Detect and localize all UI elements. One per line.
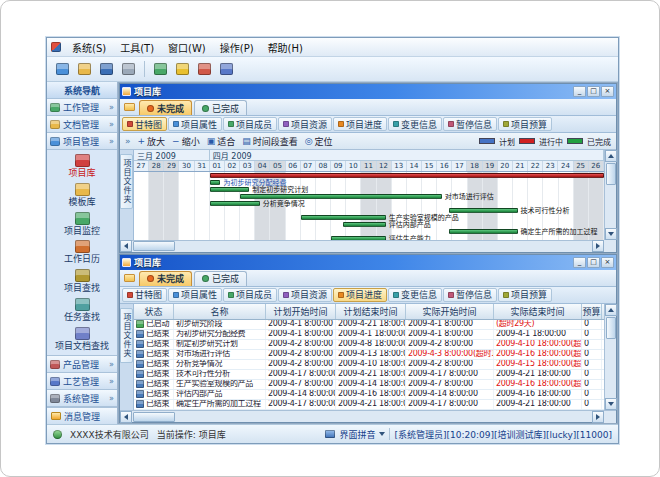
scroll-right-button[interactable]: [592, 240, 604, 252]
subtab-7[interactable]: 项目预算: [498, 288, 552, 302]
sidebar-item-4[interactable]: 项目查找: [47, 269, 117, 293]
gantt-bar[interactable]: [210, 173, 604, 178]
column-header-4[interactable]: 实际开始时间: [406, 304, 494, 319]
gantt-tool-3[interactable]: ▤时间段查看: [242, 135, 298, 148]
scroll-down-button[interactable]: [605, 228, 617, 240]
open-button[interactable]: [75, 60, 94, 79]
column-header-5[interactable]: 实际结束时间: [494, 304, 582, 319]
sidebar-item-6[interactable]: 项目文档查找: [47, 327, 117, 351]
table-row[interactable]: 已启动初步研究阶段2009-4-1 8:00:002009-4-21 18:00…: [134, 320, 604, 330]
gantt-tool-4[interactable]: ◎定位: [305, 135, 333, 148]
lock-button[interactable]: [173, 60, 192, 79]
window-titlebar[interactable]: 项目库_□×: [120, 84, 616, 99]
tab-0[interactable]: 未完成: [139, 100, 192, 115]
gantt-bar[interactable]: [301, 215, 386, 220]
subtab-6[interactable]: 暂停信息: [443, 288, 497, 302]
sidebar-tab-messages[interactable]: 消息管理: [47, 407, 117, 424]
scroll-thumb[interactable]: [606, 317, 616, 339]
gantt-tool-2[interactable]: ▣适合: [207, 135, 236, 148]
subtab-5[interactable]: 变更信息: [388, 117, 442, 131]
scroll-down-button[interactable]: [605, 398, 617, 410]
sidebar-item-0[interactable]: 项目库: [47, 154, 117, 178]
sidebar-item-3[interactable]: 工作日历: [47, 240, 117, 264]
column-header-3[interactable]: 计划结束时间: [336, 304, 406, 319]
sidebar-section-3[interactable]: 产品管理»: [47, 356, 117, 373]
gantt-bar[interactable]: [210, 201, 260, 206]
restore-button[interactable]: □: [587, 86, 600, 97]
gantt-bar[interactable]: [331, 236, 386, 240]
menu-item-1[interactable]: 工具(T): [113, 38, 161, 57]
gantt-tool-0[interactable]: +放大: [138, 135, 166, 148]
table-row[interactable]: 已结束制定初步研究计划2009-4-2 8:00:002009-4-8 18:0…: [134, 340, 604, 350]
new-button[interactable]: [53, 60, 72, 79]
dropdown-arrow-icon[interactable]: [379, 432, 385, 436]
vertical-scrollbar[interactable]: [604, 304, 616, 411]
subtab-5[interactable]: 变更信息: [388, 288, 442, 302]
subtab-3[interactable]: 项目资源: [278, 288, 332, 302]
column-header-2[interactable]: 计划开始时间: [266, 304, 336, 319]
subtab-1[interactable]: 项目属性: [168, 288, 222, 302]
scroll-up-button[interactable]: [605, 304, 617, 316]
message-button[interactable]: [195, 60, 214, 79]
sidebar-item-5[interactable]: 任务查找: [47, 298, 117, 322]
scroll-left-button[interactable]: [120, 411, 132, 423]
menu-item-0[interactable]: 系统(S): [65, 38, 113, 57]
vertical-scrollbar[interactable]: [604, 150, 616, 240]
close-button[interactable]: ×: [601, 257, 614, 268]
column-header-1[interactable]: 名称: [174, 304, 266, 319]
subtab-4[interactable]: 项目进度: [333, 288, 387, 302]
column-header-6[interactable]: 预算: [582, 304, 602, 319]
subtab-0[interactable]: 甘特图: [122, 288, 167, 302]
menu-item-3[interactable]: 操作(P): [213, 38, 261, 57]
table-row[interactable]: 已结束为初步研究分配经费2009-4-1 8:00:002009-4-1 18:…: [134, 330, 604, 340]
gantt-tool-1[interactable]: −缩小: [172, 135, 200, 148]
sidebar-item-1[interactable]: 模板库: [47, 183, 117, 207]
tab-1[interactable]: 已完成: [194, 271, 247, 286]
ime-selector[interactable]: 界面拼音: [339, 428, 375, 441]
sidebar-section-4[interactable]: 工艺管理»: [47, 373, 117, 390]
restore-button[interactable]: □: [587, 257, 600, 268]
sidebar-section-5[interactable]: 系统管理»: [47, 390, 117, 407]
gantt-bar[interactable]: [343, 222, 385, 227]
folder-vertical-tab[interactable]: 项目文件夹: [120, 150, 134, 240]
subtab-7[interactable]: 项目预算: [498, 117, 552, 131]
table-row[interactable]: 已结束技术可行性分析2009-4-17 8:00:002009-4-21 18:…: [134, 370, 604, 380]
folder-vertical-tab[interactable]: 项目文件夹: [120, 304, 134, 411]
table-row[interactable]: 已结束生产实验室规模的产品2009-4-7 8:00:002009-4-14 1…: [134, 380, 604, 390]
subtab-1[interactable]: 项目属性: [168, 117, 222, 131]
table-row[interactable]: 已结束确定生产所需的加工过程2009-4-17 8:00:002009-4-21…: [134, 400, 604, 410]
tab-0[interactable]: 未完成: [139, 271, 192, 286]
scroll-thumb[interactable]: [133, 241, 175, 251]
gantt-bar[interactable]: [449, 208, 517, 213]
gantt-bar[interactable]: [210, 180, 221, 185]
menu-item-2[interactable]: 窗口(W): [161, 38, 213, 57]
help-button[interactable]: [217, 60, 236, 79]
horizontal-scrollbar[interactable]: [120, 410, 616, 422]
subtab-2[interactable]: 项目成员: [223, 117, 277, 131]
table-row[interactable]: 已结束评估内部产品2009-4-14 8:00:002009-4-16 18:0…: [134, 390, 604, 400]
sidebar-section-0[interactable]: 工作管理»: [47, 99, 117, 116]
save-button[interactable]: [97, 60, 116, 79]
window-titlebar[interactable]: 项目库_□×: [120, 255, 616, 270]
sidebar-item-2[interactable]: 项目监控: [47, 212, 117, 236]
table-row[interactable]: 已结束对市场进行评估2009-4-2 8:00:002009-4-13 18:0…: [134, 350, 604, 360]
tab-1[interactable]: 已完成: [194, 100, 247, 115]
horizontal-scrollbar[interactable]: [120, 240, 616, 252]
column-header-0[interactable]: 状态: [134, 304, 174, 319]
subtab-2[interactable]: 项目成员: [223, 288, 277, 302]
subtab-3[interactable]: 项目资源: [278, 117, 332, 131]
gantt-bar[interactable]: [449, 229, 517, 234]
gantt-bar[interactable]: [210, 187, 249, 192]
minimize-button[interactable]: _: [573, 257, 586, 268]
close-button[interactable]: ×: [601, 86, 614, 97]
refresh-button[interactable]: [151, 60, 170, 79]
subtab-0[interactable]: 甘特图: [122, 117, 167, 131]
scroll-right-button[interactable]: [592, 411, 604, 423]
minimize-button[interactable]: _: [573, 86, 586, 97]
scroll-thumb[interactable]: [133, 412, 175, 422]
subtab-6[interactable]: 暂停信息: [443, 117, 497, 131]
scroll-up-button[interactable]: [605, 150, 617, 162]
subtab-4[interactable]: 项目进度: [333, 117, 387, 131]
menu-item-4[interactable]: 帮助(H): [261, 38, 310, 57]
sidebar-section-2[interactable]: 项目管理»: [47, 133, 117, 150]
